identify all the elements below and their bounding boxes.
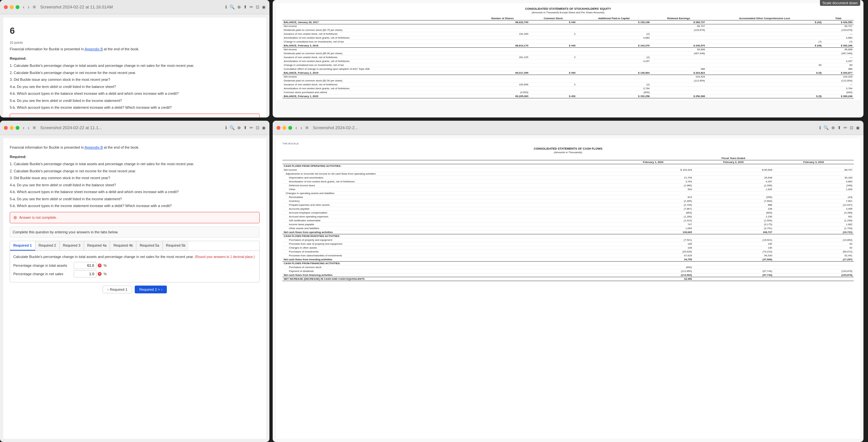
col-retained: Retained Earnings xyxy=(651,17,706,21)
search-plus-icon-3[interactable]: ⊕ xyxy=(831,125,835,130)
tab-b-required-4a[interactable]: Required 4a xyxy=(84,241,111,251)
table-row: BALANCE, February 3, 2018 88,814,170 $ 4… xyxy=(282,44,854,48)
tab-b-required-4b[interactable]: Required 4b xyxy=(110,241,136,251)
tab-b-required-3[interactable]: Required 3 xyxy=(60,241,84,251)
tab-b-required-5a[interactable]: Required 5a xyxy=(136,241,163,251)
table-row: Gift certificates redeemable (1,012)(1,5… xyxy=(282,219,854,223)
maximize-button-3[interactable] xyxy=(288,126,292,130)
table-row: Net cash flows from investing activities… xyxy=(282,258,854,261)
top-left-window: ‹ › ⊞ Screenshot 2024-02-22 at 11.16.01A… xyxy=(0,0,270,118)
bottom-right-toolbar: ‹ › ⊞ Screenshot 2024-02-2... ℹ 🔍 ⊕ ⬆ ✏ … xyxy=(273,121,864,135)
chevron-left-icon[interactable]: ‹ xyxy=(23,4,24,10)
table-row: Dividends paid on common stock ($2.75 pe… xyxy=(282,28,854,32)
close-button[interactable] xyxy=(4,5,8,9)
chevron-left-icon-2[interactable]: ‹ xyxy=(23,125,24,131)
appendix-link-2[interactable]: Appendix B xyxy=(85,146,103,149)
minimize-button[interactable] xyxy=(10,5,13,9)
search-minus-icon-3[interactable]: 🔍 xyxy=(824,125,829,130)
tab-b-required-2[interactable]: Required 2 xyxy=(35,241,60,251)
question-2: 2. Calculate Buckle's percentage change … xyxy=(10,70,260,75)
table-row: Adjustments to reconcile net income to n… xyxy=(282,172,854,176)
prev-button-2[interactable]: ‹ Required 1 xyxy=(102,286,132,293)
section-header-note: THE BUCKLE xyxy=(282,142,854,145)
chevron-right-icon[interactable]: › xyxy=(28,4,29,10)
table-row: Net income 104,429104,429 xyxy=(282,75,854,79)
search-plus-icon[interactable]: ⊕ xyxy=(237,4,241,9)
table-row: Amortization of non-vested stock grants,… xyxy=(282,180,854,184)
share-icon-2[interactable]: ⬆ xyxy=(244,125,247,130)
close-button-3[interactable] xyxy=(277,126,280,130)
minimize-button-3[interactable] xyxy=(282,126,286,130)
tab-question-2: Calculate Buckle's percentage change in … xyxy=(13,254,256,260)
table-row: Accrued employee compensation (853)(663)… xyxy=(282,211,854,215)
search-minus-icon[interactable]: 🔍 xyxy=(229,4,235,9)
pen-icon[interactable]: ✏ xyxy=(250,4,253,9)
nav-buttons-2: ‹ Required 1 Required 2 > › xyxy=(10,286,260,293)
answer-incomplete-box-2: ⊗ Answer is not complete. xyxy=(10,212,260,223)
table-row: Amortization of non-vested stock grants,… xyxy=(282,36,854,40)
tab-b-required-5b[interactable]: Required 5b xyxy=(163,241,189,251)
required-label: Required: xyxy=(10,56,260,61)
grid-icon-3[interactable]: ⊡ xyxy=(850,125,854,130)
table-row: Issuance of non-vested stock, net of for… xyxy=(282,32,854,36)
appendix-link[interactable]: Appendix B xyxy=(85,47,103,51)
round-note-2: (Round your answers to 1 decimal place.) xyxy=(195,255,255,259)
table-row: Net cash flows from financing activities… xyxy=(282,273,854,277)
chevron-right-icon-2[interactable]: › xyxy=(28,125,29,131)
total-assets-input[interactable] xyxy=(74,262,96,269)
maximize-button-2[interactable] xyxy=(16,126,20,130)
pen-icon-2[interactable]: ✏ xyxy=(250,125,253,130)
bottom-left-content: Financial information for Buckle is pres… xyxy=(3,138,266,439)
chevron-right-icon-3[interactable]: › xyxy=(300,125,302,131)
search-plus-icon-2[interactable]: ⊕ xyxy=(237,125,241,130)
table-row: BALANCE, February 1, 2020 89,205,083 $ 4… xyxy=(282,94,854,98)
question-b2: 2. Calculate Buckle's percentage change … xyxy=(10,168,260,174)
col-additional: Additional Paid-in Capital xyxy=(577,17,651,21)
total-assets-error: ✕ xyxy=(98,263,102,267)
window-controls-3 xyxy=(277,126,292,130)
next-button-2[interactable]: Required 2 > › xyxy=(135,286,167,293)
info-icon-2[interactable]: ℹ xyxy=(225,125,227,130)
table-row: Net income 89,70789,707 xyxy=(282,24,854,28)
info-icon[interactable]: ℹ xyxy=(225,4,227,9)
close-button-2[interactable] xyxy=(4,126,8,130)
table-row: Change in unrealized loss on investments… xyxy=(282,40,854,44)
table-row: Net income $ 104,429$ 95,60889,707 xyxy=(282,168,854,172)
person-icon[interactable]: ◉ xyxy=(262,4,266,9)
pen-icon-3[interactable]: ✏ xyxy=(844,125,847,130)
person-icon-3[interactable]: ◉ xyxy=(856,125,860,130)
table-row: Accounts payable (7,867)2394,456 xyxy=(282,207,854,211)
person-icon-2[interactable]: ◉ xyxy=(262,125,266,130)
tab-b-required-1[interactable]: Required 1 xyxy=(10,241,35,251)
table-row: Changes in operating assets and liabilit… xyxy=(282,191,854,195)
table-row: Depreciation and amortization 21,70926,6… xyxy=(282,176,854,180)
window-mode-icon-2[interactable]: ⊞ xyxy=(33,126,36,130)
search-minus-icon-2[interactable]: 🔍 xyxy=(229,125,235,130)
col-shares: Number of Shares xyxy=(475,17,530,21)
table-row: Accrued store operating expenses (1,290)… xyxy=(282,215,854,219)
share-icon-3[interactable]: ⬆ xyxy=(837,125,841,130)
info-icon-3[interactable]: ℹ xyxy=(819,125,821,130)
error-icon-2: ⊗ xyxy=(13,214,17,221)
chevron-left-icon-3[interactable]: ‹ xyxy=(296,125,297,131)
window-mode-icon[interactable]: ⊞ xyxy=(33,5,36,9)
net-sales-input[interactable] xyxy=(74,270,96,278)
question-b3: 3. Did Buckle issue any common stock in … xyxy=(10,175,260,181)
minimize-button-2[interactable] xyxy=(10,126,13,130)
cash-flow-statements: THE BUCKLE CONSOLIDATED STATEMENTS OF CA… xyxy=(276,138,860,439)
bottom-left-window: ‹ › ⊞ Screenshot 2024-02-22 at 11.1... ℹ… xyxy=(0,121,270,442)
share-icon[interactable]: ⬆ xyxy=(244,4,247,9)
question-b4b: 4-b. Which account types in the balance … xyxy=(10,189,260,195)
tab-content-2: Calculate Buckle's percentage change in … xyxy=(10,251,260,283)
grid-icon-2[interactable]: ⊡ xyxy=(256,125,259,130)
col-2020: February 1, 2020 xyxy=(613,160,693,164)
table-row: Prepaid expenses and other assets (2,709… xyxy=(282,203,854,207)
question-b4a: 4-a. Do you see the term debit or credit… xyxy=(10,182,260,188)
grid-icon[interactable]: ⊡ xyxy=(256,4,259,9)
maximize-button[interactable] xyxy=(16,5,20,9)
window-mode-icon-3[interactable]: ⊞ xyxy=(306,126,308,130)
table-row: Purchases of investments (25,629)(74,215… xyxy=(282,250,854,254)
answer-incomplete-text-2: Answer is not complete. xyxy=(19,215,57,220)
chevron-right-btn-icon-2: › xyxy=(161,287,163,291)
col-accum: Accumulated Other Comprehensive Loss xyxy=(706,17,823,21)
